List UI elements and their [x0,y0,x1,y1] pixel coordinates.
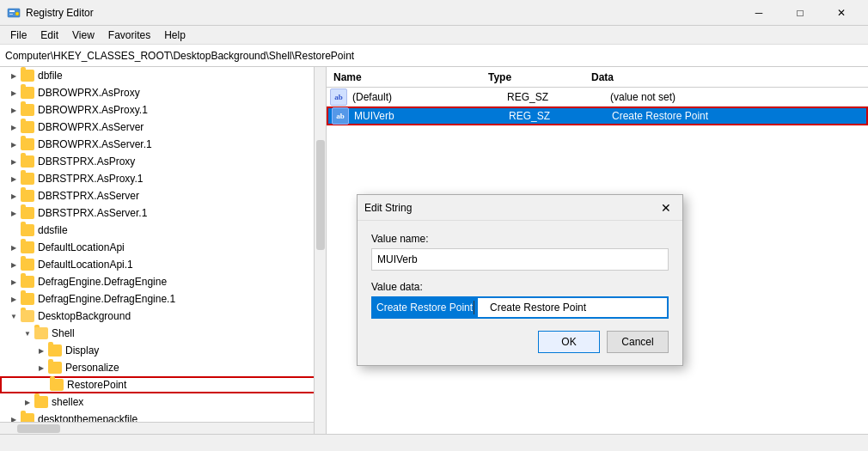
expander[interactable]: ▶ [7,275,21,289]
maximize-button[interactable]: □ [780,1,820,25]
col-data-header[interactable]: Data [584,71,868,83]
col-type-header[interactable]: Type [481,71,584,83]
folder-icon [21,138,34,150]
expander[interactable]: ▶ [7,258,21,271]
minimize-button[interactable]: ─ [739,1,779,25]
expander[interactable]: ▶ [34,344,48,357]
tree-item-dbrowprx-asserver[interactable]: ▶ DBROWPRX.AsServer [0,119,326,136]
address-bar: Computer\HKEY_CLASSES_ROOT\DesktopBackgr… [0,45,868,67]
details-row-default[interactable]: ab (Default) REG_SZ (value not set) [327,88,868,107]
value-data-container: Create Restore Point [371,296,669,319]
expander [7,223,21,237]
tree-item-dbfile[interactable]: ▶ dbfile [0,67,326,84]
tree-item-personalize[interactable]: ▶ Personalize [0,359,326,376]
row-data-default: (value not set) [607,91,868,103]
tree-hscroll-thumb [17,424,60,433]
expander[interactable]: ▶ [7,241,21,254]
tree-item-dbrowprx-asproxy[interactable]: ▶ DBROWPRX.AsProxy [0,84,326,101]
dialog-body: Value name: Value data: Create Restore P… [358,221,682,365]
reg-sz-icon: ab [330,88,347,106]
tree-item-dbrstprx-asserver1[interactable]: ▶ DBRSTPRX.AsServer.1 [0,204,326,222]
expander[interactable]: ▶ [7,155,21,168]
details-row-muiverb[interactable]: ab MUIVerb REG_SZ Create Restore Point [327,107,868,125]
expander[interactable]: ▶ [7,137,21,151]
expander[interactable]: ▶ [7,189,21,203]
row-type-default: REG_SZ [504,91,607,103]
expander[interactable]: ▼ [7,309,21,323]
tree-item-defragengine1[interactable]: ▶ DefragEngine.DefragEngine.1 [0,290,326,308]
menu-help[interactable]: Help [157,27,193,43]
menu-file[interactable]: File [3,27,34,43]
value-data-input[interactable] [371,296,669,319]
menu-view[interactable]: View [65,27,101,43]
expander[interactable]: ▶ [21,395,34,409]
svg-rect-1 [9,10,15,12]
expander[interactable]: ▶ [34,361,48,375]
expander[interactable]: ▶ [7,292,21,306]
expander[interactable]: ▶ [7,172,21,186]
tree-item-defaultlocationapi1[interactable]: ▶ DefaultLocationApi.1 [0,256,326,273]
expander[interactable]: ▶ [7,86,21,100]
folder-icon [21,87,34,99]
main-content: ▶ dbfile ▶ DBROWPRX.AsProxy ▶ DBROWPRX.A… [0,67,868,434]
tree-item-display[interactable]: ▶ Display [0,342,326,359]
tree-scroll[interactable]: ▶ dbfile ▶ DBROWPRX.AsProxy ▶ DBROWPRX.A… [0,67,326,434]
folder-icon [21,121,34,133]
title-bar-controls: ─ □ ✕ [739,1,861,25]
dialog-title-bar: Edit String ✕ [358,195,682,221]
expander[interactable]: ▶ [7,120,21,134]
tree-item-shell[interactable]: ▼ Shell [0,325,326,342]
tree-item-dbrstprx-asserver[interactable]: ▶ DBRSTPRX.AsServer [0,187,326,204]
expander[interactable]: ▶ [7,69,21,82]
tree-item-dbrstprx-asproxy1[interactable]: ▶ DBRSTPRX.AsProxy.1 [0,170,326,187]
folder-icon [21,293,34,305]
cancel-button[interactable]: Cancel [607,331,669,353]
title-bar: Registry Editor ─ □ ✕ [0,0,868,26]
expander[interactable]: ▶ [7,206,21,220]
folder-icon [21,173,34,185]
row-name-default: (Default) [349,91,504,103]
tree-item-dbrowprx-asproxy1[interactable]: ▶ DBROWPRX.AsProxy.1 [0,101,326,119]
svg-rect-2 [9,14,13,15]
tree-item-restorepoint[interactable]: RestorePoint [0,376,326,393]
folder-icon [48,362,62,374]
tree-hscroll[interactable] [0,422,314,434]
tree-item-dbrstprx-asproxy[interactable]: ▶ DBRSTPRX.AsProxy [0,153,326,170]
menu-edit[interactable]: Edit [34,27,65,43]
tree-vscroll-thumb [316,140,325,250]
folder-icon [50,379,64,391]
folder-icon [21,155,34,168]
ok-button[interactable]: OK [538,331,600,353]
folder-icon [21,207,34,219]
tree-item-defaultlocationapi[interactable]: ▶ DefaultLocationApi [0,239,326,256]
status-bar [0,434,868,451]
folder-icon [48,344,62,357]
tree-item-defragengine[interactable]: ▶ DefragEngine.DefragEngine [0,273,326,290]
menu-bar: File Edit View Favorites Help [0,26,868,45]
tree-panel: ▶ dbfile ▶ DBROWPRX.AsProxy ▶ DBROWPRX.A… [0,67,327,434]
close-button[interactable]: ✕ [822,1,861,25]
folder-icon [21,224,34,236]
folder-icon [21,190,34,202]
svg-point-3 [15,12,19,15]
value-name-input[interactable] [371,248,669,271]
tree-item-desktopbackground[interactable]: ▼ DesktopBackground [0,308,326,325]
reg-sz-icon-muiverb: ab [332,107,349,125]
tree-item-ddsfile[interactable]: ddsfile [0,222,326,239]
dialog-title: Edit String [364,202,412,214]
dialog-buttons: OK Cancel [371,331,669,353]
tree-item-dbrowprx-asserver1[interactable]: ▶ DBROWPRX.AsServer.1 [0,136,326,153]
app-icon [7,6,21,20]
expander[interactable]: ▶ [7,103,21,117]
folder-icon [21,259,34,271]
folder-icon [21,310,34,322]
tree-item-shellex[interactable]: ▶ shellex [0,393,326,411]
row-data-muiverb: Create Restore Point [608,110,866,122]
dialog-close-button[interactable]: ✕ [657,198,675,217]
menu-favorites[interactable]: Favorites [101,27,157,43]
col-name-header[interactable]: Name [327,71,481,83]
expander[interactable]: ▼ [21,326,34,340]
address-path: Computer\HKEY_CLASSES_ROOT\DesktopBackgr… [5,50,354,62]
tree-vscroll[interactable] [314,67,326,434]
edit-string-dialog: Edit String ✕ Value name: Value data: Cr… [357,194,683,366]
